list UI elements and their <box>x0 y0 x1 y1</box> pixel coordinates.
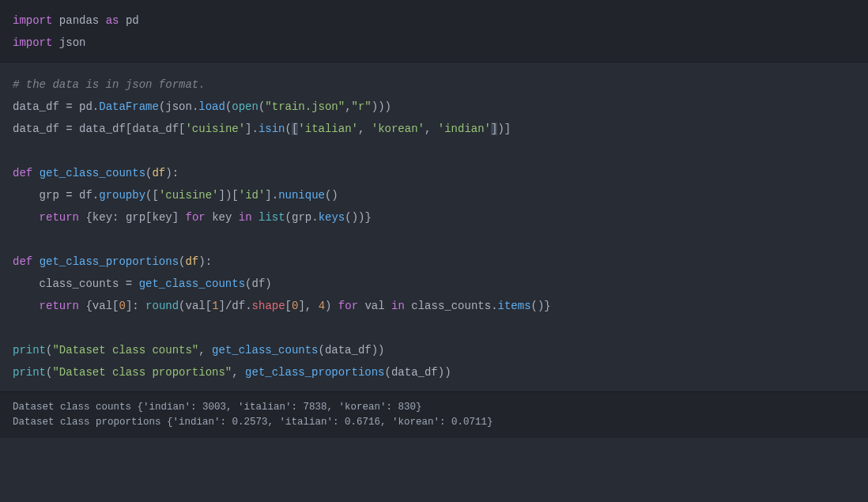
keyword-return: return <box>40 211 79 224</box>
var-grp: grp <box>40 189 59 202</box>
code-line[interactable]: grp = df.groupby(['cuisine'])['id'].nuni… <box>13 184 855 206</box>
keyword-for: for <box>338 300 358 312</box>
code-line[interactable]: import json <box>13 32 855 54</box>
code-line[interactable]: print("Dataset class counts", get_class_… <box>13 339 855 361</box>
keyword-def: def <box>13 167 32 179</box>
code-line-comment[interactable]: # the data is in json format. <box>13 74 855 96</box>
string-literal: "train.json" <box>265 100 345 113</box>
string-literal: 'italian' <box>298 123 358 135</box>
fn-def-get-class-proportions: get_class_proportions <box>40 255 179 268</box>
keyword-in: in <box>239 211 252 224</box>
code-line[interactable]: return {val[0]: round(val[1]/df.shape[0]… <box>13 295 855 317</box>
output-cell[interactable]: Dataset class counts {'indian': 3003, 'i… <box>0 391 868 438</box>
keyword-import: import <box>13 14 52 27</box>
code-line[interactable]: def get_class_proportions(df): <box>13 251 855 273</box>
keyword-in: in <box>391 300 405 312</box>
code-line[interactable]: def get_class_counts(df): <box>13 162 855 184</box>
string-literal: 'cuisine' <box>159 189 219 202</box>
var-class-counts: class_counts <box>40 277 119 290</box>
param-df: df <box>152 167 165 179</box>
blank-line[interactable] <box>13 317 855 339</box>
string-literal: "Dataset class counts" <box>52 344 198 357</box>
number-literal: 1 <box>212 300 218 312</box>
keyword-import: import <box>13 36 52 49</box>
fn-print: print <box>13 366 46 379</box>
fn-round: round <box>145 300 179 312</box>
keyword-as: as <box>106 14 119 27</box>
module-json: json <box>59 36 86 49</box>
string-literal: 'id' <box>239 189 266 202</box>
fn-call-get-class-proportions: get_class_proportions <box>245 366 384 379</box>
fn-list: list <box>259 211 285 224</box>
fn-dataframe: DataFrame <box>99 100 159 113</box>
string-literal: 'cuisine' <box>185 123 245 135</box>
param-df: df <box>185 255 198 268</box>
module-pandas: pandas <box>59 14 99 27</box>
keyword-for: for <box>186 211 206 224</box>
string-literal: 'korean' <box>372 123 425 135</box>
attr-shape: shape <box>252 300 285 312</box>
fn-items: items <box>498 300 531 312</box>
string-literal: 'indian' <box>438 123 491 135</box>
fn-print: print <box>13 344 46 357</box>
fn-groupby: groupby <box>99 189 145 202</box>
code-line[interactable]: import pandas as pd <box>13 9 855 32</box>
alias-pd: pd <box>126 14 139 27</box>
code-cell-imports[interactable]: import pandas as pd import json <box>0 0 868 62</box>
string-literal: "r" <box>352 100 372 113</box>
fn-nunique: nunique <box>278 189 325 202</box>
comment-text: # the data is in json format. <box>13 78 206 91</box>
code-line[interactable]: class_counts = get_class_counts(df) <box>13 273 855 295</box>
code-line[interactable]: print("Dataset class proportions", get_c… <box>13 361 855 383</box>
fn-open: open <box>232 100 259 113</box>
blank-line[interactable] <box>13 140 855 162</box>
code-line[interactable]: return {key: grp[key] for key in list(gr… <box>13 206 855 228</box>
number-literal: 4 <box>319 300 325 312</box>
code-line[interactable]: data_df = pd.DataFrame(json.load(open("t… <box>13 96 855 118</box>
output-line: Dataset class proportions {'indian': 0.2… <box>13 415 855 430</box>
string-literal: "Dataset class proportions" <box>52 366 232 379</box>
number-literal: 0 <box>119 300 125 312</box>
var-data-df: data_df <box>13 100 59 113</box>
code-line[interactable]: data_df = data_df[data_df['cuisine'].isi… <box>13 118 855 140</box>
output-line: Dataset class counts {'indian': 3003, 'i… <box>13 400 855 415</box>
fn-keys: keys <box>319 211 345 224</box>
fn-load: load <box>198 100 225 113</box>
code-cell-main[interactable]: # the data is in json format. data_df = … <box>0 62 868 391</box>
keyword-return: return <box>40 300 79 312</box>
fn-def-get-class-counts: get_class_counts <box>40 167 145 179</box>
fn-isin: isin <box>259 123 285 135</box>
blank-line[interactable] <box>13 228 855 251</box>
fn-call-get-class-counts: get_class_counts <box>139 277 245 290</box>
keyword-def: def <box>13 255 32 268</box>
fn-call-get-class-counts: get_class_counts <box>212 344 318 357</box>
var-data-df: data_df <box>13 123 59 135</box>
